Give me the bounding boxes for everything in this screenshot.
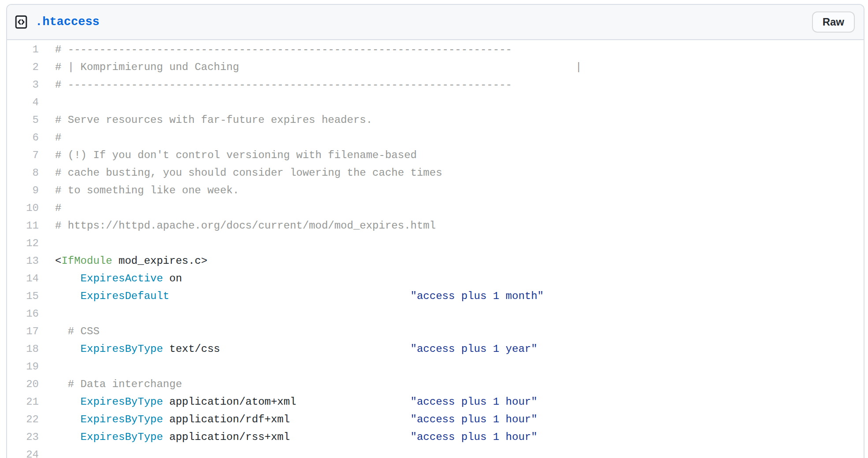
code-row: 8# cache busting, you should consider lo… (7, 164, 864, 182)
code-row: 11# https://httpd.apache.org/docs/curren… (7, 217, 864, 235)
code-row: 15 ExpiresDefault "access plus 1 month" (7, 288, 864, 305)
line-number[interactable]: 14 (7, 270, 39, 288)
token-comment: # Serve resources with far-future expire… (55, 114, 372, 126)
token-comment: # --------------------------------------… (55, 44, 512, 55)
line-number[interactable]: 12 (7, 235, 39, 252)
file-code-icon (14, 15, 28, 29)
code-row: 17 # CSS (7, 323, 864, 340)
line-number[interactable]: 2 (7, 59, 39, 76)
code-row: 1# -------------------------------------… (7, 41, 864, 59)
token-plain: < (55, 255, 61, 267)
code-row: 5# Serve resources with far-future expir… (7, 111, 864, 129)
line-number[interactable]: 16 (7, 305, 39, 323)
code-row: 3# -------------------------------------… (7, 76, 864, 94)
token-directive: ExpiresActive (81, 273, 163, 284)
code-row: 7# (!) If you don't control versioning w… (7, 147, 864, 164)
token-plain: application/rss+xml (163, 431, 290, 443)
token-string: "access plus 1 hour" (411, 431, 538, 443)
token-plain (55, 290, 81, 302)
token-plain: application/rdf+xml (163, 414, 290, 425)
code-row: 22 ExpiresByType application/rdf+xml "ac… (7, 411, 864, 428)
line-number[interactable]: 1 (7, 41, 39, 59)
code-lines: 1# -------------------------------------… (7, 41, 864, 458)
code-line: # (39, 129, 61, 147)
token-plain (55, 396, 81, 408)
code-row: 16 (7, 305, 864, 323)
token-plain: text/css (163, 343, 220, 355)
token-tag: IfModule (61, 255, 112, 267)
line-number[interactable]: 10 (7, 199, 39, 217)
code-line: # (39, 199, 61, 217)
token-string: "access plus 1 month" (411, 290, 544, 302)
file-name-link[interactable]: .htaccess (35, 15, 100, 29)
token-comment: # Data interchange (55, 378, 182, 390)
code-line: # --------------------------------------… (39, 76, 512, 94)
code-line: # Serve resources with far-future expire… (39, 111, 372, 129)
code-row: 19 (7, 358, 864, 376)
line-number[interactable]: 3 (7, 76, 39, 94)
code-line: ExpiresByType application/rss+xml "acces… (39, 428, 538, 446)
code-line: ExpiresByType application/rdf+xml "acces… (39, 411, 538, 428)
code-row: 10# (7, 199, 864, 217)
file-header: .htaccess Raw (7, 5, 864, 40)
line-number[interactable]: 18 (7, 340, 39, 358)
code-row: 24 (7, 446, 864, 458)
token-plain: mod_expires.c> (112, 255, 208, 267)
line-number[interactable]: 6 (7, 129, 39, 147)
token-string: "access plus 1 hour" (411, 396, 538, 408)
code-row: 9# to something like one week. (7, 182, 864, 199)
token-comment: # (!) If you don't control versioning wi… (55, 149, 417, 161)
code-line: ExpiresDefault "access plus 1 month" (39, 288, 544, 305)
token-comment: # CSS (55, 325, 100, 337)
token-directive: ExpiresByType (81, 431, 163, 443)
code-line: # | Komprimierung und Caching | (39, 59, 582, 76)
line-number[interactable]: 5 (7, 111, 39, 129)
token-string: "access plus 1 year" (411, 343, 538, 355)
line-number[interactable]: 17 (7, 323, 39, 340)
token-comment: | (575, 61, 582, 73)
line-number[interactable]: 7 (7, 147, 39, 164)
token-plain (55, 273, 81, 284)
code-row: 21 ExpiresByType application/atom+xml "a… (7, 393, 864, 411)
code-line: ExpiresActive on (39, 270, 182, 288)
token-comment: # (55, 202, 61, 214)
file-viewer-card: .htaccess Raw 1# -----------------------… (6, 4, 864, 458)
code-line: # https://httpd.apache.org/docs/current/… (39, 217, 436, 235)
code-line: # cache busting, you should consider low… (39, 164, 442, 182)
code-line: # CSS (39, 323, 100, 340)
code-row: 4 (7, 94, 864, 111)
code-row: 18 ExpiresByType text/css "access plus 1… (7, 340, 864, 358)
code-line: # --------------------------------------… (39, 41, 512, 59)
line-number[interactable]: 11 (7, 217, 39, 235)
line-number[interactable]: 9 (7, 182, 39, 199)
token-directive: ExpiresByType (81, 414, 163, 425)
code-area: 1# -------------------------------------… (7, 40, 864, 458)
code-row: 20 # Data interchange (7, 376, 864, 393)
line-number[interactable]: 22 (7, 411, 39, 428)
token-string: "access plus 1 hour" (411, 414, 538, 425)
token-directive: ExpiresDefault (81, 290, 170, 302)
token-directive: ExpiresByType (81, 343, 163, 355)
token-comment: # (55, 132, 61, 144)
token-comment: # https://httpd.apache.org/docs/current/… (55, 220, 436, 232)
line-number[interactable]: 20 (7, 376, 39, 393)
code-line: ExpiresByType text/css "access plus 1 ye… (39, 340, 538, 358)
code-line: # Data interchange (39, 376, 182, 393)
token-plain (55, 431, 81, 443)
code-row: 23 ExpiresByType application/rss+xml "ac… (7, 428, 864, 446)
line-number[interactable]: 4 (7, 94, 39, 111)
line-number[interactable]: 21 (7, 393, 39, 411)
line-number[interactable]: 19 (7, 358, 39, 376)
code-line: # (!) If you don't control versioning wi… (39, 147, 417, 164)
line-number[interactable]: 23 (7, 428, 39, 446)
line-number[interactable]: 13 (7, 252, 39, 270)
token-comment: # --------------------------------------… (55, 79, 512, 91)
raw-button[interactable]: Raw (812, 11, 855, 33)
token-comment: # | Komprimierung und Caching (55, 61, 239, 73)
line-number[interactable]: 15 (7, 288, 39, 305)
line-number[interactable]: 24 (7, 446, 39, 458)
token-plain (55, 343, 81, 355)
token-plain (55, 414, 81, 425)
line-number[interactable]: 8 (7, 164, 39, 182)
token-plain: application/atom+xml (163, 396, 296, 408)
